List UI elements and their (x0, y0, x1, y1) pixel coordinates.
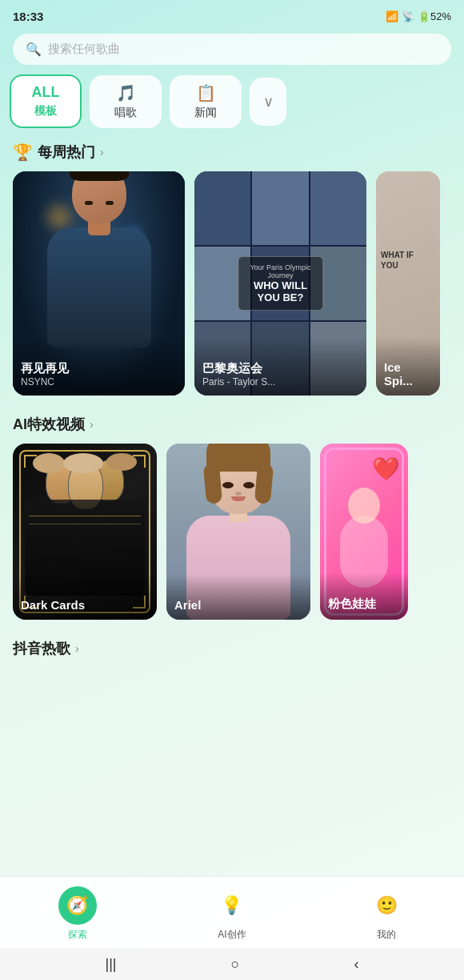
dark-card-title: Dark Cards (21, 598, 149, 612)
tiktok-section-title: 抖音热歌 (13, 639, 70, 658)
weekly-hot-header: 🏆 每周热门 › (0, 143, 464, 162)
music-icon: 🎵 (116, 83, 136, 102)
status-bar: 18:33 📶 📡 🔋52% (0, 0, 464, 29)
card-nsync-title: 再见再见 (21, 361, 177, 376)
tiktok-section-arrow[interactable]: › (75, 642, 79, 655)
status-icons: 📶 📡 🔋52% (386, 10, 451, 22)
card-paris-line1: Your Paris Olympic Journey (248, 263, 314, 279)
ariel-card-overlay: Ariel (166, 574, 310, 620)
tiktok-section: 抖音热歌 › (0, 639, 464, 658)
heart-icon: ❤️ (372, 456, 400, 482)
category-tabs: ALL 模板 🎵 唱歌 📋 新闻 ∨ (0, 74, 464, 128)
card-paris[interactable]: Your Paris Olympic Journey WHO WILL YOU … (194, 171, 366, 396)
card-paris-title: 巴黎奥运会 (202, 361, 358, 376)
pink-card-title: 粉色娃娃 (328, 596, 400, 612)
tab-all-main: ALL (32, 84, 60, 101)
card-paris-overlay-text: Your Paris Olympic Journey WHO WILL YOU … (238, 256, 324, 311)
back-button[interactable]: ‹ (354, 956, 358, 973)
search-icon: 🔍 (26, 42, 42, 57)
dark-card-overlay: Dark Cards (13, 574, 157, 620)
card-nsync[interactable]: 再见再见 NSYNC (13, 171, 185, 396)
bottom-nav: 🧭 探索 💡 AI创作 🙂 我的 (0, 876, 464, 948)
card-nsync-subtitle: NSYNC (21, 376, 177, 388)
card-ice-overlay: Ice Spi... (376, 336, 440, 396)
ai-section-title: AI特效视频 (13, 415, 85, 434)
ai-section-header: AI特效视频 › (0, 415, 464, 434)
chevron-down-icon: ∨ (263, 93, 274, 110)
nav-me[interactable]: 🙂 我的 (367, 886, 406, 942)
status-time: 18:33 (13, 10, 43, 23)
card-ice-title: Ice Spi... (384, 360, 432, 388)
weekly-hot-title: 每周热门 (38, 143, 95, 162)
nav-explore-label: 探索 (68, 928, 87, 942)
system-nav: ||| ○ ‹ (0, 948, 464, 980)
tab-all[interactable]: ALL 模板 (10, 74, 82, 128)
search-input[interactable]: 搜索任何歌曲 (48, 42, 120, 57)
ai-card-pink[interactable]: ❤️ 粉色娃娃 (320, 444, 408, 620)
me-icon: 🙂 (367, 886, 406, 925)
wifi-icon: 📶 (386, 10, 398, 22)
tab-all-label: 模板 (34, 104, 57, 118)
recent-apps-button[interactable]: ||| (106, 956, 117, 973)
ariel-card-title: Ariel (174, 598, 302, 612)
ai-card-ariel[interactable]: Ariel (166, 444, 310, 620)
tab-sing[interactable]: 🎵 唱歌 (90, 75, 162, 128)
card-ice-text: WHAT IF YOU (381, 250, 432, 271)
card-ice-spin[interactable]: WHAT IF YOU Ice Spi... (376, 171, 440, 396)
tab-more-button[interactable]: ∨ (250, 78, 286, 126)
faces-hair-area (33, 453, 137, 477)
weekly-hot-arrow[interactable]: › (100, 146, 104, 159)
nav-ai-label: AI创作 (218, 928, 246, 942)
nav-ai[interactable]: 💡 AI创作 (213, 886, 251, 942)
ai-icon: 💡 (213, 886, 251, 925)
search-bar[interactable]: 🔍 搜索任何歌曲 (13, 34, 451, 65)
signal-icon: 📡 (402, 10, 414, 22)
news-icon: 📋 (196, 83, 216, 102)
tab-sing-label: 唱歌 (114, 106, 137, 120)
home-button[interactable]: ○ (231, 956, 240, 973)
nav-explore[interactable]: 🧭 探索 (58, 886, 97, 942)
card-nsync-overlay: 再见再见 NSYNC (13, 337, 185, 396)
tab-news[interactable]: 📋 新闻 (170, 75, 242, 128)
ai-cards: Dark Cards (0, 444, 464, 620)
card-paris-line2: WHO WILL YOU BE? (248, 279, 314, 303)
battery-icon: 🔋52% (418, 10, 451, 22)
gold-line-2 (29, 524, 141, 524)
pink-card-overlay: 粉色娃娃 (320, 572, 408, 620)
card-paris-subtitle: Paris - Taylor S... (202, 376, 358, 388)
trophy-icon: 🏆 (13, 143, 33, 162)
tab-news-label: 新闻 (194, 106, 217, 120)
ai-card-dark[interactable]: Dark Cards (13, 444, 157, 620)
gold-line-1 (29, 516, 141, 516)
explore-icon: 🧭 (58, 886, 97, 925)
ai-section-arrow[interactable]: › (90, 418, 94, 431)
weekly-hot-cards: 再见再见 NSYNC Your Paris Olympic Journey WH… (0, 171, 464, 396)
nav-me-label: 我的 (377, 928, 396, 942)
card-paris-bottom: 巴黎奥运会 Paris - Taylor S... (194, 337, 366, 396)
